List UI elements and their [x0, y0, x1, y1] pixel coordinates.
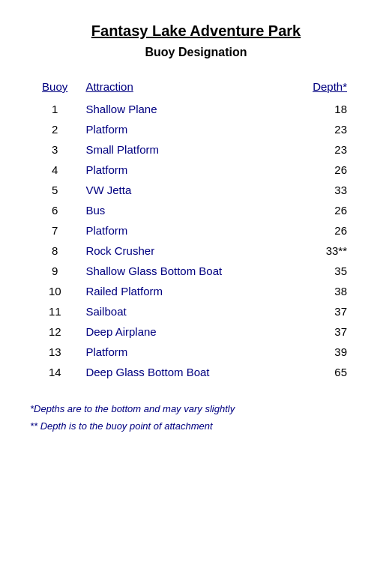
- cell-buoy: 11: [30, 301, 79, 321]
- cell-depth: 18: [295, 99, 362, 119]
- page-subtitle: Buoy Designation: [30, 46, 362, 59]
- table-row: 10Railed Platform38: [30, 281, 362, 301]
- cell-attraction: Platform: [79, 220, 295, 241]
- table-row: 11Sailboat37: [30, 301, 362, 321]
- table-row: 8Rock Crusher33**: [30, 241, 362, 261]
- table-row: 3Small Platform23: [30, 139, 362, 160]
- cell-depth: 65: [295, 362, 362, 382]
- table-row: 12Deep Airplane37: [30, 321, 362, 342]
- cell-depth: 26: [295, 220, 362, 241]
- cell-buoy: 10: [30, 281, 79, 301]
- table-row: 9Shallow Glass Bottom Boat35: [30, 261, 362, 281]
- buoy-table-container: Buoy Attraction Depth* 1Shallow Plane182…: [30, 77, 362, 382]
- cell-attraction: Platform: [79, 160, 295, 180]
- cell-buoy: 1: [30, 99, 79, 119]
- cell-attraction: Bus: [79, 200, 295, 220]
- table-row: 2Platform23: [30, 119, 362, 139]
- page-title: Fantasy Lake Adventure Park: [30, 22, 362, 40]
- cell-attraction: Rock Crusher: [79, 241, 295, 261]
- table-row: 13Platform39: [30, 342, 362, 362]
- cell-buoy: 8: [30, 241, 79, 261]
- cell-attraction: Railed Platform: [79, 281, 295, 301]
- cell-attraction: Platform: [79, 342, 295, 362]
- cell-buoy: 9: [30, 261, 79, 281]
- cell-buoy: 4: [30, 160, 79, 180]
- cell-attraction: Deep Glass Bottom Boat: [79, 362, 295, 382]
- table-row: 1Shallow Plane18: [30, 99, 362, 119]
- cell-buoy: 14: [30, 362, 79, 382]
- cell-buoy: 13: [30, 342, 79, 362]
- footnotes-container: *Depths are to the bottom and may vary s…: [30, 400, 362, 432]
- col-header-attraction: Attraction: [79, 77, 295, 99]
- footnote-1: *Depths are to the bottom and may vary s…: [30, 403, 362, 414]
- cell-depth: 38: [295, 281, 362, 301]
- cell-depth: 39: [295, 342, 362, 362]
- table-row: 4Platform26: [30, 160, 362, 180]
- col-header-buoy: Buoy: [30, 77, 79, 99]
- col-header-depth: Depth*: [295, 77, 362, 99]
- table-row: 5VW Jetta33: [30, 180, 362, 200]
- cell-buoy: 5: [30, 180, 79, 200]
- cell-buoy: 12: [30, 321, 79, 342]
- cell-depth: 37: [295, 321, 362, 342]
- table-row: 6Bus26: [30, 200, 362, 220]
- cell-depth: 33**: [295, 241, 362, 261]
- cell-depth: 35: [295, 261, 362, 281]
- cell-buoy: 2: [30, 119, 79, 139]
- cell-attraction: Shallow Plane: [79, 99, 295, 119]
- cell-attraction: Small Platform: [79, 139, 295, 160]
- table-row: 14Deep Glass Bottom Boat65: [30, 362, 362, 382]
- cell-depth: 23: [295, 119, 362, 139]
- cell-depth: 26: [295, 160, 362, 180]
- cell-buoy: 7: [30, 220, 79, 241]
- cell-depth: 37: [295, 301, 362, 321]
- buoy-table: Buoy Attraction Depth* 1Shallow Plane182…: [30, 77, 362, 382]
- cell-attraction: Shallow Glass Bottom Boat: [79, 261, 295, 281]
- table-row: 7Platform26: [30, 220, 362, 241]
- cell-attraction: VW Jetta: [79, 180, 295, 200]
- cell-attraction: Deep Airplane: [79, 321, 295, 342]
- cell-depth: 26: [295, 200, 362, 220]
- cell-buoy: 3: [30, 139, 79, 160]
- cell-attraction: Sailboat: [79, 301, 295, 321]
- cell-attraction: Platform: [79, 119, 295, 139]
- cell-buoy: 6: [30, 200, 79, 220]
- cell-depth: 23: [295, 139, 362, 160]
- footnote-2: ** Depth is to the buoy point of attachm…: [30, 420, 362, 432]
- cell-depth: 33: [295, 180, 362, 200]
